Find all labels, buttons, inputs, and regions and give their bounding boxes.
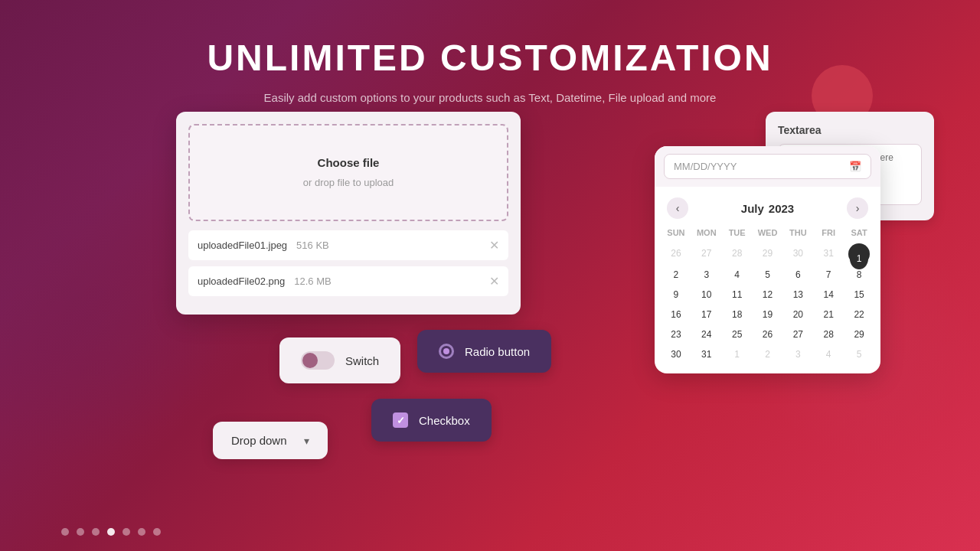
cal-header-tue: TUE bbox=[722, 225, 753, 240]
pagination-dot-0[interactable] bbox=[61, 528, 69, 536]
calendar-day[interactable]: 4 bbox=[722, 265, 753, 285]
calendar-month-year: July 2023 bbox=[741, 202, 794, 215]
file-dropzone[interactable]: Choose file or drop file to upload bbox=[188, 124, 508, 221]
content-area: Choose file or drop file to upload uploa… bbox=[0, 104, 980, 502]
radio-inner bbox=[443, 348, 449, 354]
calendar-day[interactable]: 12 bbox=[753, 285, 783, 305]
switch-card[interactable]: Switch bbox=[279, 337, 400, 383]
checkmark-icon: ✓ bbox=[397, 415, 405, 426]
radio-circle[interactable] bbox=[439, 344, 454, 359]
pagination-dots bbox=[61, 528, 161, 536]
calendar-day[interactable]: 31 bbox=[813, 243, 844, 265]
pagination-dot-4[interactable] bbox=[122, 528, 130, 536]
calendar-day[interactable]: 31 bbox=[691, 344, 722, 364]
calendar-year: 2023 bbox=[769, 202, 794, 215]
calendar-day[interactable]: 13 bbox=[782, 285, 813, 305]
calendar-day[interactable]: 10 bbox=[691, 285, 722, 305]
calendar-day[interactable]: 3 bbox=[691, 265, 722, 285]
page-title: UNLIMITED CUSTOMIZATION bbox=[0, 37, 980, 79]
calendar-day[interactable]: 27 bbox=[782, 324, 813, 344]
calendar-card: MM/DD/YYYY 📅 ‹ July 2023 › SUN MON TUE W… bbox=[655, 146, 880, 373]
calendar-day[interactable]: 11 bbox=[722, 285, 753, 305]
calendar-day[interactable]: 21 bbox=[813, 305, 844, 324]
calendar-day[interactable]: 2 bbox=[753, 344, 783, 364]
calendar-grid: SUN MON TUE WED THU FRI SAT 262728293031… bbox=[655, 225, 880, 373]
calendar-day[interactable]: 18 bbox=[722, 305, 753, 324]
calendar-day[interactable]: 23 bbox=[661, 324, 691, 344]
calendar-day[interactable]: 5 bbox=[844, 344, 874, 364]
calendar-day[interactable]: 5 bbox=[753, 265, 783, 285]
file-name-2: uploadedFile02.png bbox=[198, 276, 285, 287]
file-info-2: uploadedFile02.png 12.6 MB bbox=[198, 276, 332, 287]
calendar-day[interactable]: 20 bbox=[782, 305, 813, 324]
calendar-day[interactable]: 8 bbox=[844, 265, 874, 285]
calendar-day[interactable]: 16 bbox=[661, 305, 691, 324]
calendar-day[interactable]: 27 bbox=[691, 243, 722, 265]
file-close-2[interactable]: ✕ bbox=[489, 274, 499, 289]
calendar-day[interactable]: 6 bbox=[782, 265, 813, 285]
calendar-day[interactable]: 29 bbox=[753, 243, 783, 265]
calendar-day[interactable]: 2 bbox=[661, 265, 691, 285]
pagination-dot-3[interactable] bbox=[107, 528, 115, 536]
calendar-nav: ‹ July 2023 › bbox=[655, 187, 880, 225]
calendar-day[interactable]: 7 bbox=[813, 265, 844, 285]
cal-week-5: 303112345 bbox=[661, 344, 874, 364]
cal-week-4: 23242526272829 bbox=[661, 324, 874, 344]
radio-button-card[interactable]: Radio button bbox=[417, 330, 551, 373]
pagination-dot-2[interactable] bbox=[92, 528, 100, 536]
file-close-1[interactable]: ✕ bbox=[489, 238, 499, 253]
prev-month-button[interactable]: ‹ bbox=[667, 197, 688, 219]
cal-header-sat: SAT bbox=[844, 225, 874, 240]
calendar-day[interactable]: 1 bbox=[848, 243, 870, 265]
calendar-day[interactable]: 15 bbox=[844, 285, 874, 305]
calendar-day[interactable]: 17 bbox=[691, 305, 722, 324]
pagination-dot-6[interactable] bbox=[153, 528, 161, 536]
calendar-month: July bbox=[741, 202, 764, 215]
calendar-day[interactable]: 30 bbox=[661, 344, 691, 364]
dropdown-card[interactable]: Drop down ▾ bbox=[213, 422, 328, 459]
calendar-day[interactable]: 4 bbox=[813, 344, 844, 364]
cal-header-thu: THU bbox=[782, 225, 813, 240]
date-input-row: MM/DD/YYYY 📅 bbox=[655, 146, 880, 187]
checkbox-card[interactable]: ✓ Checkbox bbox=[371, 399, 492, 442]
chevron-down-icon: ▾ bbox=[304, 435, 309, 447]
calendar-day[interactable]: 26 bbox=[753, 324, 783, 344]
dropdown-label: Drop down bbox=[231, 434, 287, 447]
calendar-day[interactable]: 1 bbox=[722, 344, 753, 364]
pagination-dot-5[interactable] bbox=[138, 528, 145, 536]
calendar-weeks: 2627282930311234567891011121314151617181… bbox=[661, 243, 874, 364]
calendar-day[interactable]: 26 bbox=[661, 243, 691, 265]
checkbox-box[interactable]: ✓ bbox=[393, 412, 408, 428]
switch-toggle[interactable] bbox=[301, 351, 335, 370]
calendar-day[interactable]: 19 bbox=[753, 305, 783, 324]
pagination-dot-1[interactable] bbox=[77, 528, 84, 536]
next-month-button[interactable]: › bbox=[847, 197, 868, 219]
textarea-title: Textarea bbox=[778, 124, 922, 136]
calendar-day[interactable]: 22 bbox=[844, 305, 874, 324]
calendar-day[interactable]: 28 bbox=[813, 324, 844, 344]
calendar-day[interactable]: 25 bbox=[722, 324, 753, 344]
calendar-day[interactable]: 24 bbox=[691, 324, 722, 344]
file-upload-card: Choose file or drop file to upload uploa… bbox=[176, 112, 521, 315]
calendar-day[interactable]: 29 bbox=[844, 324, 874, 344]
page-subtitle: Easily add custom options to your produc… bbox=[0, 91, 980, 104]
header: UNLIMITED CUSTOMIZATION Easily add custo… bbox=[0, 0, 980, 104]
calendar-day[interactable]: 30 bbox=[782, 243, 813, 265]
date-input-placeholder: MM/DD/YYYY bbox=[674, 161, 737, 172]
date-input[interactable]: MM/DD/YYYY 📅 bbox=[664, 154, 871, 179]
choose-file-button[interactable]: Choose file bbox=[205, 156, 492, 169]
calendar-day[interactable]: 3 bbox=[782, 344, 813, 364]
radio-label: Radio button bbox=[465, 345, 530, 358]
calendar-day[interactable]: 28 bbox=[722, 243, 753, 265]
switch-knob bbox=[302, 353, 318, 368]
switch-label: Switch bbox=[345, 354, 379, 367]
file-info-1: uploadedFile01.jpeg 516 KB bbox=[198, 240, 329, 251]
calendar-day[interactable]: 14 bbox=[813, 285, 844, 305]
file-item-2: uploadedFile02.png 12.6 MB ✕ bbox=[188, 266, 508, 296]
calendar-day[interactable]: 9 bbox=[661, 285, 691, 305]
cal-header-fri: FRI bbox=[813, 225, 844, 240]
cal-week-1: 2345678 bbox=[661, 265, 874, 285]
cal-header-mon: MON bbox=[691, 225, 722, 240]
calendar-header-row: SUN MON TUE WED THU FRI SAT bbox=[661, 225, 874, 240]
cal-header-sun: SUN bbox=[661, 225, 691, 240]
